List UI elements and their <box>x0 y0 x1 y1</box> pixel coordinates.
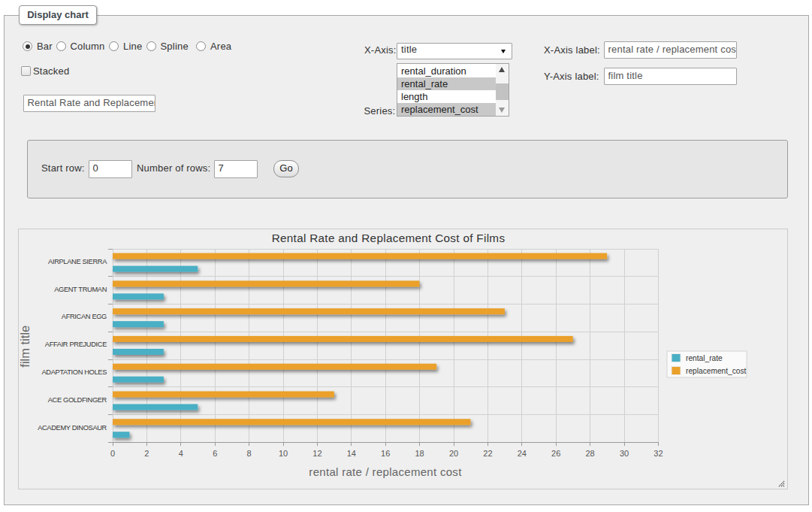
svg-text:Rental Rate and Replacement Co: Rental Rate and Replacement Cost of Film… <box>272 232 506 244</box>
svg-text:ACE GOLDFINGER: ACE GOLDFINGER <box>48 396 107 404</box>
svg-text:12: 12 <box>312 449 321 458</box>
svg-text:18: 18 <box>415 449 424 458</box>
svg-text:28: 28 <box>585 449 594 458</box>
svg-text:4: 4 <box>179 449 183 458</box>
svg-text:2: 2 <box>144 449 149 458</box>
svg-text:rental_rate: rental_rate <box>686 354 723 362</box>
svg-text:replacement_cost: replacement_cost <box>686 367 747 375</box>
svg-text:20: 20 <box>449 449 458 458</box>
svg-text:AIRPLANE SIERRA: AIRPLANE SIERRA <box>48 258 107 265</box>
svg-text:AGENT TRUMAN: AGENT TRUMAN <box>54 286 107 293</box>
svg-text:ADAPTATION HOLES: ADAPTATION HOLES <box>41 368 107 376</box>
svg-text:AFFAIR PREJUDICE: AFFAIR PREJUDICE <box>45 341 107 348</box>
svg-text:ACADEMY DINOSAUR: ACADEMY DINOSAUR <box>38 424 107 432</box>
svg-text:14: 14 <box>347 449 356 458</box>
svg-text:30: 30 <box>620 449 629 458</box>
svg-text:film title: film title <box>19 326 32 368</box>
svg-text:8: 8 <box>247 449 252 458</box>
svg-text:6: 6 <box>213 449 217 458</box>
svg-text:AFRICAN EGG: AFRICAN EGG <box>62 313 107 320</box>
svg-text:16: 16 <box>381 449 390 458</box>
svg-text:rental rate / replacement cost: rental rate / replacement cost <box>309 465 462 478</box>
svg-text:0: 0 <box>110 449 115 458</box>
svg-text:10: 10 <box>279 449 288 458</box>
svg-text:22: 22 <box>483 449 492 458</box>
svg-text:32: 32 <box>654 449 663 458</box>
svg-text:24: 24 <box>518 449 527 458</box>
svg-text:26: 26 <box>551 449 560 458</box>
